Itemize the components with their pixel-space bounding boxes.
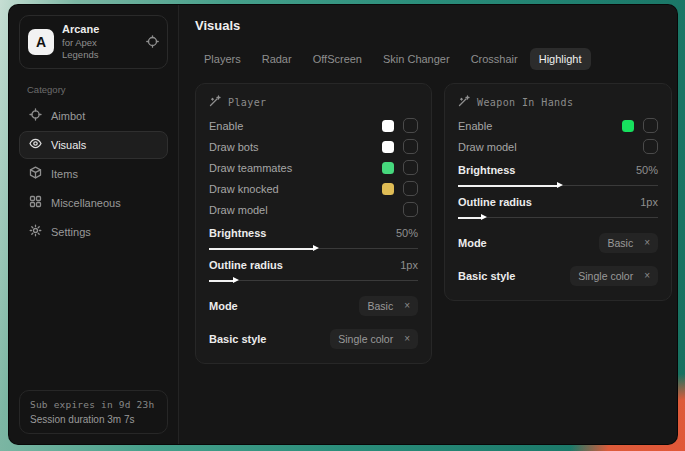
slider-value: 50%: [396, 227, 418, 239]
wand-icon: [209, 95, 221, 109]
weapon-in-hands-panel: Weapon In Hands Enable Draw model: [444, 83, 672, 301]
close-icon[interactable]: ×: [404, 334, 410, 344]
brightness-slider-block: Brightness 50%: [458, 164, 658, 189]
slider-value: 1px: [400, 259, 418, 271]
toggle-label: Draw model: [458, 141, 517, 153]
slider-thumb[interactable]: [481, 214, 487, 220]
slider-label: Brightness: [209, 227, 266, 239]
toggle-label: Draw model: [209, 204, 268, 216]
panel-title: Weapon In Hands: [477, 97, 573, 108]
draw-model-checkbox[interactable]: [643, 139, 658, 154]
page-title: Visuals: [195, 18, 672, 33]
toggle-row-draw-model: Draw model: [209, 199, 418, 220]
target-icon[interactable]: [146, 35, 159, 48]
outline-radius-slider[interactable]: [458, 214, 658, 221]
color-swatch[interactable]: [382, 183, 394, 195]
sidebar-item-aimbot[interactable]: Aimbot: [19, 102, 168, 130]
main-content: Visuals Players Radar OffScreen Skin Cha…: [179, 5, 678, 444]
category-label: Category: [27, 84, 160, 95]
toggle-row-draw-model: Draw model: [458, 136, 658, 157]
slider-thumb[interactable]: [557, 182, 563, 188]
tab-radar[interactable]: Radar: [253, 48, 301, 70]
tab-offscreen[interactable]: OffScreen: [304, 48, 371, 70]
sidebar-item-miscellaneous[interactable]: Miscellaneous: [19, 189, 168, 217]
sidebar-item-items[interactable]: Items: [19, 160, 168, 188]
color-swatch[interactable]: [622, 120, 634, 132]
basic-style-select-row: Basic style Single color ×: [458, 265, 658, 287]
sidebar-item-label: Items: [51, 168, 78, 180]
close-icon[interactable]: ×: [644, 238, 650, 248]
tab-skin-changer[interactable]: Skin Changer: [374, 48, 459, 70]
session-duration-text: Session duration 3m 7s: [30, 414, 157, 425]
box-icon: [29, 166, 42, 181]
slider-thumb[interactable]: [233, 277, 239, 283]
outline-radius-slider-block: Outline radius 1px: [458, 196, 658, 221]
panels-row: Player Enable Draw bots: [195, 83, 672, 364]
slider-label: Brightness: [458, 164, 515, 176]
toggle-label: Draw bots: [209, 141, 259, 153]
app-name: Arcane: [62, 23, 130, 37]
sidebar-item-settings[interactable]: Settings: [19, 218, 168, 246]
select-label: Mode: [458, 237, 487, 249]
basic-style-select-row: Basic style Single color ×: [209, 328, 418, 350]
toggle-row-draw-knocked: Draw knocked: [209, 178, 418, 199]
toggle-row-draw-bots: Draw bots: [209, 136, 418, 157]
mode-tag[interactable]: Basic ×: [359, 296, 418, 316]
select-label: Basic style: [209, 333, 266, 345]
sub-expires-text: Sub expires in 9d 23h: [30, 399, 157, 410]
player-panel-header: Player: [209, 95, 418, 109]
basic-style-tag[interactable]: Single color ×: [330, 329, 418, 349]
color-swatch[interactable]: [382, 120, 394, 132]
eye-icon: [29, 137, 42, 152]
subscription-info-box: Sub expires in 9d 23h Session duration 3…: [19, 390, 168, 434]
color-swatch[interactable]: [382, 141, 394, 153]
toggle-label: Draw teammates: [209, 162, 292, 174]
grid-icon: [29, 195, 42, 210]
tab-crosshair[interactable]: Crosshair: [462, 48, 527, 70]
enable-checkbox[interactable]: [403, 118, 418, 133]
toggle-label: Enable: [209, 120, 243, 132]
sidebar-item-label: Settings: [51, 226, 91, 238]
draw-model-checkbox[interactable]: [403, 202, 418, 217]
toggle-label: Enable: [458, 120, 492, 132]
sidebar: A Arcane for Apex Legends Category Aimbo…: [9, 5, 179, 444]
sidebar-item-visuals[interactable]: Visuals: [19, 131, 168, 159]
app-window: A Arcane for Apex Legends Category Aimbo…: [8, 4, 678, 445]
color-swatch[interactable]: [382, 162, 394, 174]
basic-style-tag[interactable]: Single color ×: [570, 266, 658, 286]
close-icon[interactable]: ×: [404, 301, 410, 311]
app-header: A Arcane for Apex Legends: [19, 15, 168, 69]
toggle-label: Draw knocked: [209, 183, 279, 195]
mode-select-row: Mode Basic ×: [458, 232, 658, 254]
enable-checkbox[interactable]: [643, 118, 658, 133]
sidebar-item-label: Visuals: [51, 139, 86, 151]
outline-radius-slider[interactable]: [209, 277, 418, 284]
draw-bots-checkbox[interactable]: [403, 139, 418, 154]
sidebar-nav: Aimbot Visuals Items Miscellaneous Setti…: [19, 102, 168, 246]
brightness-slider-block: Brightness 50%: [209, 227, 418, 252]
slider-value: 50%: [636, 164, 658, 176]
sidebar-item-label: Aimbot: [51, 110, 85, 122]
draw-teammates-checkbox[interactable]: [403, 160, 418, 175]
outline-radius-slider-block: Outline radius 1px: [209, 259, 418, 284]
weapon-panel-header: Weapon In Hands: [458, 95, 658, 109]
toggle-row-enable: Enable: [458, 115, 658, 136]
sidebar-item-label: Miscellaneous: [51, 197, 121, 209]
mode-select-row: Mode Basic ×: [209, 295, 418, 317]
panel-title: Player: [228, 97, 267, 108]
tab-highlight[interactable]: Highlight: [530, 48, 591, 70]
draw-knocked-checkbox[interactable]: [403, 181, 418, 196]
app-logo: A: [28, 29, 54, 55]
slider-label: Outline radius: [209, 259, 283, 271]
crosshair-icon: [29, 108, 42, 123]
player-panel: Player Enable Draw bots: [195, 83, 432, 364]
brightness-slider[interactable]: [209, 245, 418, 252]
brightness-slider[interactable]: [458, 182, 658, 189]
close-icon[interactable]: ×: [644, 271, 650, 281]
slider-thumb[interactable]: [313, 245, 319, 251]
mode-tag[interactable]: Basic ×: [599, 233, 658, 253]
slider-label: Outline radius: [458, 196, 532, 208]
toggle-row-enable: Enable: [209, 115, 418, 136]
app-subtitle: for Apex Legends: [62, 37, 130, 61]
tab-players[interactable]: Players: [195, 48, 250, 70]
